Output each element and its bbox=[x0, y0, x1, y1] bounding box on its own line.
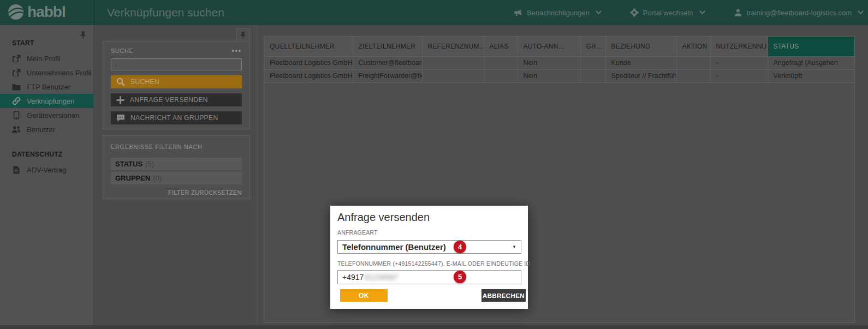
phone-icon bbox=[11, 111, 21, 119]
link-icon bbox=[11, 97, 21, 105]
cell-zielteilnehmer: FreightForwarder@fleetboa… bbox=[353, 69, 422, 82]
phone-value: +4917 bbox=[342, 273, 364, 282]
sidebar-item-label: Mein Profil bbox=[27, 55, 60, 63]
sidebar-item-mein-profil[interactable]: Mein Profil bbox=[0, 51, 93, 65]
search-input[interactable]: . bbox=[111, 58, 242, 70]
cell-status: Angefragt (Ausgehen bbox=[768, 56, 855, 69]
gear-icon bbox=[630, 8, 639, 17]
sidebar-item-geraeteversionen[interactable]: Geräteversionen bbox=[0, 108, 93, 122]
cell-aktion bbox=[676, 69, 710, 82]
sidebar-item-label: FTP Benutzer bbox=[27, 83, 70, 91]
bottom-edge bbox=[0, 325, 868, 329]
col-gruppen[interactable]: GR… bbox=[580, 37, 605, 56]
col-nutzerkennung[interactable]: NUTZERKENNU… bbox=[710, 37, 768, 56]
app-header: habbl Verknüpfungen suchen Benachrichtig… bbox=[0, 0, 868, 25]
habbl-logo-icon bbox=[8, 4, 24, 20]
search-icon bbox=[116, 77, 125, 86]
sidebar-section-datenschutz: DATENSCHUTZ ADV-Vertrag bbox=[0, 151, 93, 177]
folder-icon bbox=[11, 83, 21, 91]
send-request-dialog: Anfrage versenden ANFRAGEART Telefonnumm… bbox=[330, 206, 528, 309]
cell-aktion bbox=[676, 56, 710, 69]
header-menu: Benachrichtigungen Portal wechseln train… bbox=[513, 0, 864, 25]
sidebar-item-benutzer[interactable]: Benutzer bbox=[0, 122, 93, 136]
account-email: training@fleetboard-logistics.com bbox=[747, 9, 852, 17]
cell-gruppen bbox=[580, 69, 605, 82]
message-to-groups-button-label: NACHRICHT AN GRUPPEN bbox=[130, 114, 218, 122]
plus-icon bbox=[116, 96, 124, 104]
col-auto-annahme[interactable]: AUTO-ANN… bbox=[518, 37, 580, 56]
step-badge-5: 5 bbox=[454, 271, 466, 283]
search-panel: SUCHE . SUCHEN ANFRAGE VERSENDEN NACHRIC… bbox=[103, 41, 250, 129]
sidebar-item-unternehmens-profil[interactable]: Unternehmens Profil bbox=[0, 65, 93, 80]
cell-referenznummer bbox=[422, 69, 484, 82]
account-menu[interactable]: training@fleetboard-logistics.com bbox=[734, 8, 864, 17]
pin-icon bbox=[240, 32, 246, 39]
dialog-title: Anfrage versenden bbox=[337, 211, 430, 224]
speech-bubble-icon bbox=[116, 114, 125, 122]
col-zielteilnehmer[interactable]: ZIELTEILNEHMER bbox=[353, 37, 422, 56]
col-aktion[interactable]: AKTION bbox=[676, 37, 710, 56]
sidebar-item-verknuepfungen[interactable]: Verknüpfungen bbox=[0, 94, 93, 108]
message-to-groups-button[interactable]: NACHRICHT AN GRUPPEN bbox=[111, 111, 242, 124]
sidebar-item-label: Unternehmens Profil bbox=[27, 69, 92, 77]
cell-auto-annahme: Nein bbox=[518, 56, 580, 69]
col-beziehung[interactable]: BEZIEHUNG bbox=[605, 37, 676, 56]
phone-input[interactable]: +4917 01234567 bbox=[337, 270, 521, 284]
filter-row-status[interactable]: STATUS (5) bbox=[111, 158, 242, 170]
notifications-menu[interactable]: Benachrichtigungen bbox=[513, 9, 602, 17]
chevron-down-icon bbox=[699, 10, 705, 15]
more-options-icon[interactable] bbox=[231, 49, 242, 53]
connections-table: QUELLTEILNEHMER ZIELTEILNEHMER REFERENZN… bbox=[264, 37, 855, 83]
table-row[interactable]: Fleetboard Logistics GmbH (… Customer@fl… bbox=[264, 56, 855, 69]
col-alias[interactable]: ALIAS bbox=[484, 37, 518, 56]
panel-pin-tab[interactable] bbox=[236, 28, 250, 41]
cell-quellteilnehmer: Fleetboard Logistics GmbH (… bbox=[264, 69, 353, 82]
search-button-label: SUCHEN bbox=[130, 78, 159, 86]
request-type-value: Telefonnummer (Benutzer) bbox=[342, 242, 446, 252]
search-panel-title: SUCHE bbox=[111, 47, 134, 54]
share-icon bbox=[11, 69, 21, 77]
filter-count: (0) bbox=[153, 174, 162, 182]
cell-nutzerkennung: - bbox=[710, 69, 768, 82]
cell-alias bbox=[484, 56, 518, 69]
logo-text: habbl bbox=[27, 4, 66, 20]
col-quellteilnehmer[interactable]: QUELLTEILNEHMER bbox=[264, 37, 353, 56]
pin-icon[interactable] bbox=[80, 31, 87, 39]
cancel-button[interactable]: ABBRECHEN bbox=[481, 289, 526, 302]
col-referenznummer[interactable]: REFERENZNUM… bbox=[422, 37, 484, 56]
phone-label: TELEFONNUMMER (+4915142255447), E-MAIL O… bbox=[337, 260, 530, 267]
sidebar-item-ftp-benutzer[interactable]: FTP Benutzer bbox=[0, 80, 93, 94]
chevron-down-icon bbox=[858, 10, 864, 15]
cell-beziehung: Spediteur // Frachtführer bbox=[605, 69, 676, 82]
habbl-logo[interactable]: habbl bbox=[8, 4, 66, 20]
section-title: DATENSCHUTZ bbox=[12, 151, 93, 158]
page-title: Verknüpfungen suchen bbox=[107, 0, 224, 25]
cell-auto-annahme: Nein bbox=[518, 69, 580, 82]
col-status-sorted[interactable]: STATUS bbox=[768, 37, 855, 56]
send-request-button[interactable]: ANFRAGE VERSENDEN bbox=[111, 93, 242, 106]
filter-row-gruppen[interactable]: GRUPPEN (0) bbox=[111, 172, 242, 184]
step-badge-4: 4 bbox=[454, 241, 466, 253]
reset-filters-link[interactable]: FILTER ZURÜCKSETZEN bbox=[111, 189, 242, 196]
section-title: START bbox=[12, 39, 93, 47]
portal-switch-menu[interactable]: Portal wechseln bbox=[630, 8, 705, 17]
cell-quellteilnehmer: Fleetboard Logistics GmbH (… bbox=[264, 56, 353, 69]
ok-button[interactable]: OK bbox=[340, 289, 388, 302]
sidebar-item-label: ADV-Vertrag bbox=[27, 166, 66, 174]
chevron-down-icon bbox=[596, 10, 602, 15]
table-row[interactable]: Fleetboard Logistics GmbH (… FreightForw… bbox=[264, 69, 855, 82]
header-separator bbox=[94, 0, 94, 25]
sidebar-item-adv-vertrag[interactable]: ADV-Vertrag bbox=[0, 163, 93, 177]
search-button[interactable]: SUCHEN bbox=[111, 75, 242, 88]
request-type-select[interactable]: Telefonnummer (Benutzer) bbox=[337, 240, 521, 254]
sidebar-item-label: Geräteversionen bbox=[27, 111, 79, 119]
notifications-label: Benachrichtigungen bbox=[527, 9, 590, 17]
user-icon bbox=[734, 8, 742, 17]
request-type-label: ANFRAGEART bbox=[337, 229, 378, 236]
document-icon bbox=[11, 166, 21, 174]
cell-nutzerkennung: - bbox=[710, 56, 768, 69]
select-arrow-icon bbox=[512, 244, 516, 249]
sidebar-section-start: START Mein Profil Unternehmens Profil FT… bbox=[0, 39, 93, 136]
cell-zielteilnehmer: Customer@fleetboard-logis… bbox=[353, 56, 422, 69]
filter-count: (5) bbox=[145, 160, 154, 168]
